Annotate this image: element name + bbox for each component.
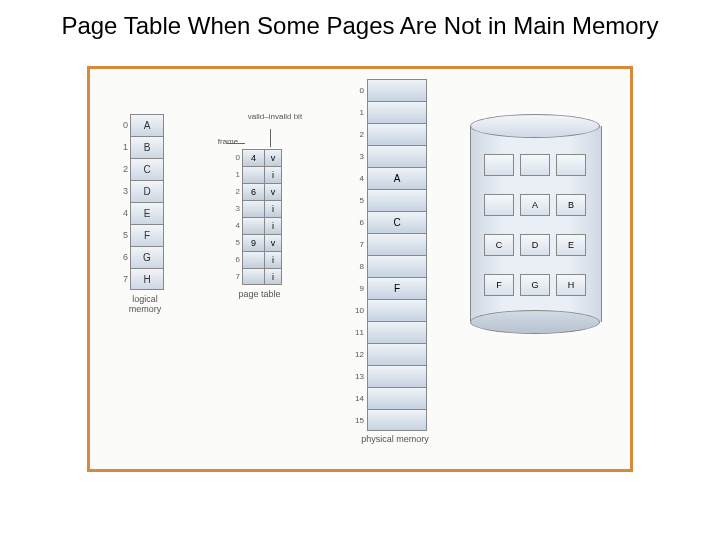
disk-block: F	[484, 274, 514, 296]
disk-block	[484, 194, 514, 216]
physical-memory-cell	[367, 79, 427, 101]
physical-memory-cell: C	[367, 211, 427, 233]
disk-block: B	[556, 194, 586, 216]
arrow-line	[227, 143, 245, 144]
disk-block: G	[520, 274, 550, 296]
logical-memory-cell: E	[130, 202, 164, 224]
disk-block: C	[484, 234, 514, 256]
physical-memory-cell	[367, 343, 427, 365]
logical-memory-cell: C	[130, 158, 164, 180]
logical-memory-cell: D	[130, 180, 164, 202]
disk-block: A	[520, 194, 550, 216]
physical-memory-cell	[367, 145, 427, 167]
logical-memory-caption: logical memory	[120, 294, 170, 314]
logical-memory-cell: B	[130, 136, 164, 158]
disk-block	[484, 154, 514, 176]
disk-block: D	[520, 234, 550, 256]
logical-memory-table: 0A 1B 2C 3D 4E 5F 6G 7H	[118, 114, 164, 290]
frame-header-label: frame	[208, 137, 248, 146]
page-table-frame	[242, 268, 264, 285]
page-table-frame	[242, 166, 264, 183]
diagram-canvas: 0A 1B 2C 3D 4E 5F 6G 7H logical memory f…	[87, 66, 633, 472]
cylinder-bottom	[470, 310, 600, 334]
page-table-bit: i	[264, 268, 282, 285]
disk-block: H	[556, 274, 586, 296]
physical-memory-caption: physical memory	[355, 434, 435, 444]
page-table-frame: 6	[242, 183, 264, 200]
page-table-bit: v	[264, 234, 282, 251]
physical-memory-cell	[367, 299, 427, 321]
physical-memory-cell	[367, 321, 427, 343]
page-table-bit: i	[264, 166, 282, 183]
physical-memory-cell	[367, 189, 427, 211]
physical-memory-cell	[367, 255, 427, 277]
page-table: 04v 1i 26v 3i 4i 59v 6i 7i	[230, 149, 282, 285]
page-table-bit: i	[264, 200, 282, 217]
arrow-line	[270, 129, 271, 147]
physical-memory-cell	[367, 101, 427, 123]
page-table-frame: 9	[242, 234, 264, 251]
physical-memory-cell	[367, 387, 427, 409]
page-table-bit: v	[264, 183, 282, 200]
logical-memory-cell: G	[130, 246, 164, 268]
page-table-bit: i	[264, 217, 282, 234]
page-table-caption: page table	[232, 289, 287, 299]
page-table-frame	[242, 217, 264, 234]
disk-block-grid: A B C D E F G H	[484, 154, 586, 304]
physical-memory-cell: F	[367, 277, 427, 299]
physical-memory-cell	[367, 365, 427, 387]
physical-memory-table: 0 1 2 3 4A 5 6C 7 8 9F 10 11 12 13 14 15	[348, 79, 427, 431]
page-table-bit: i	[264, 251, 282, 268]
disk-block: E	[556, 234, 586, 256]
disk-block	[520, 154, 550, 176]
page-table-frame	[242, 251, 264, 268]
logical-memory-cell: H	[130, 268, 164, 290]
page-table-frame	[242, 200, 264, 217]
physical-memory-cell	[367, 409, 427, 431]
disk-block	[556, 154, 586, 176]
page-table-bit: v	[264, 149, 282, 166]
page-title: Page Table When Some Pages Are Not in Ma…	[0, 0, 720, 46]
physical-memory-cell	[367, 123, 427, 145]
physical-memory-cell: A	[367, 167, 427, 189]
valid-invalid-label: valid–invalid bit	[245, 113, 305, 122]
logical-memory-cell: F	[130, 224, 164, 246]
disk-cylinder: A B C D E F G H	[470, 114, 600, 334]
page-table-frame: 4	[242, 149, 264, 166]
logical-memory-cell: A	[130, 114, 164, 136]
physical-memory-cell	[367, 233, 427, 255]
